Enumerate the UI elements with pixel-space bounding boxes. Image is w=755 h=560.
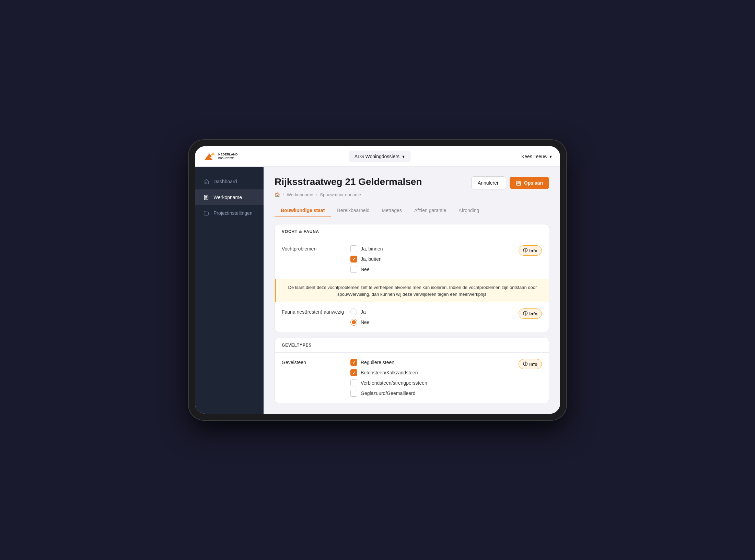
info-vochtproblemen[interactable]: ⓘ Info: [519, 245, 542, 256]
tab-bouwkundige-staat[interactable]: Bouwkundige staat: [275, 204, 331, 217]
tablet-screen: NEDERLAND ISOLEERT ALG Woningdossiers ▾ …: [195, 146, 560, 414]
checkbox-geglazuurd[interactable]: Geglazuurd/Geëmailleerd: [350, 390, 519, 397]
folder-icon: [203, 210, 209, 216]
breadcrumb-home-icon: 🏠: [275, 192, 280, 197]
checkbox-verblendsteen[interactable]: Verblendsteen/strengperssteen: [350, 380, 519, 386]
tab-bereikbaarheid[interactable]: Bereikbaarheid: [331, 204, 375, 217]
tab-afzien-garantie[interactable]: Afzien garantie: [408, 204, 452, 217]
radio-nee-label: Nee: [361, 319, 370, 325]
content-area[interactable]: Rijksstraatweg 21 Geldermalsen Annuleren…: [264, 167, 560, 414]
info-badge-vochtproblemen[interactable]: ⓘ Info: [519, 245, 542, 256]
warning-text: De klant dient deze vochtproblemen zelf …: [288, 285, 537, 297]
checkbox-ja-binnen-box[interactable]: [350, 245, 357, 252]
checkbox-betonsteen-label: Betonsteen/Kalkzandsteen: [361, 370, 418, 375]
checkbox-ja-buiten-box[interactable]: [350, 256, 357, 262]
user-name: Kees Teeuw: [521, 154, 547, 159]
checkbox-ja-buiten-label: Ja, buiten: [361, 256, 382, 262]
sidebar-item-dashboard[interactable]: Dashboard: [195, 174, 264, 189]
breadcrumb-werkopname: Werkopname: [287, 192, 313, 197]
info-fauna[interactable]: ⓘ Info: [519, 308, 542, 319]
form-row-gevelsteen: Gevelsteen Reguliere steen Betonsteen/Ka…: [275, 353, 549, 403]
label-fauna: Fauna nest(resten) aanwezig: [282, 308, 350, 315]
info-badge-gevelsteen[interactable]: ⓘ Info: [519, 359, 542, 369]
tab-metrages[interactable]: Metrages: [376, 204, 408, 217]
checkbox-ja-binnen-label: Ja, binnen: [361, 246, 383, 252]
logo-area: NEDERLAND ISOLEERT: [203, 150, 238, 163]
checkbox-geglazuurd-box[interactable]: [350, 390, 357, 397]
breadcrumb-sep: /: [316, 192, 317, 197]
warning-vochtproblemen: De klant dient deze vochtproblemen zelf …: [275, 279, 549, 302]
checkbox-nee-label: Nee: [361, 267, 370, 272]
save-label: Opslaan: [524, 180, 543, 186]
label-vochtproblemen: Vochtproblemen: [282, 245, 350, 252]
clipboard-icon: [203, 194, 209, 200]
checkbox-verblendsteen-label: Verblendsteen/strengperssteen: [361, 380, 427, 386]
page-title: Rijksstraatweg 21 Geldermalsen: [275, 176, 422, 187]
logo-icon: [203, 150, 216, 163]
checkbox-reguliere-label: Reguliere steen: [361, 360, 394, 365]
radio-fauna-ja[interactable]: Ja: [350, 308, 519, 315]
radio-nee-circle[interactable]: [350, 319, 357, 326]
page-header: Rijksstraatweg 21 Geldermalsen Annuleren…: [275, 176, 549, 189]
sidebar-item-label: Projectinstellingen: [213, 210, 253, 216]
radio-fauna-nee[interactable]: Nee: [350, 319, 519, 326]
save-button[interactable]: Opslaan: [510, 177, 549, 189]
checkbox-ja-binnen[interactable]: Ja, binnen: [350, 245, 519, 252]
tablet-frame: NEDERLAND ISOLEERT ALG Woningdossiers ▾ …: [189, 140, 566, 420]
tabs: Bouwkundige staat Bereikbaarheid Metrage…: [275, 204, 549, 217]
info-circle-icon: ⓘ: [523, 311, 527, 317]
checkbox-nee-box[interactable]: [350, 266, 357, 273]
save-icon: [516, 180, 521, 186]
options-fauna: Ja Nee: [350, 308, 519, 326]
dropdown-label: ALG Woningdossiers: [355, 154, 399, 159]
top-bar: NEDERLAND ISOLEERT ALG Woningdossiers ▾ …: [195, 146, 560, 167]
checkbox-betonsteen-box[interactable]: [350, 369, 357, 376]
workspace-dropdown[interactable]: ALG Woningdossiers ▾: [349, 151, 410, 162]
checkbox-geglazuurd-label: Geglazuurd/Geëmailleerd: [361, 390, 416, 396]
checkbox-verblendsteen-box[interactable]: [350, 380, 357, 386]
tab-afronding[interactable]: Afronding: [452, 204, 485, 217]
info-label: Info: [529, 362, 537, 367]
chevron-down-icon: ▾: [402, 154, 405, 159]
logo-text: NEDERLAND ISOLEERT: [218, 153, 238, 160]
main-layout: Dashboard Werkopname Projectinstellingen: [195, 167, 560, 414]
breadcrumb-current: Spouwmuur opname: [320, 192, 361, 197]
info-label: Info: [529, 248, 537, 253]
breadcrumb: 🏠 / Werkopname / Spouwmuur opname: [275, 192, 549, 197]
info-badge-fauna[interactable]: ⓘ Info: [519, 308, 542, 319]
info-label: Info: [529, 311, 537, 316]
breadcrumb-sep: /: [283, 192, 284, 197]
sidebar-item-label: Dashboard: [213, 179, 237, 184]
sidebar-item-label: Werkopname: [213, 195, 242, 200]
checkbox-reguliere-box[interactable]: [350, 359, 357, 366]
options-vochtproblemen: Ja, binnen Ja, buiten Nee: [350, 245, 519, 273]
options-gevelsteen: Reguliere steen Betonsteen/Kalkzandsteen…: [350, 359, 519, 397]
checkbox-reguliere-steen[interactable]: Reguliere steen: [350, 359, 519, 366]
info-circle-icon: ⓘ: [523, 247, 527, 254]
section-header-vocht: VOCHT & FAUNA: [275, 224, 549, 239]
checkbox-betonsteen[interactable]: Betonsteen/Kalkzandsteen: [350, 369, 519, 376]
checkbox-nee[interactable]: Nee: [350, 266, 519, 273]
sidebar-item-projectinstellingen[interactable]: Projectinstellingen: [195, 205, 264, 221]
label-gevelsteen: Gevelsteen: [282, 359, 350, 365]
user-menu[interactable]: Kees Teeuw ▾: [521, 154, 552, 159]
radio-ja-label: Ja: [361, 309, 366, 315]
header-actions: Annuleren Opslaan: [471, 176, 549, 189]
sidebar: Dashboard Werkopname Projectinstellingen: [195, 167, 264, 414]
info-circle-icon: ⓘ: [523, 361, 527, 367]
section-vocht-fauna: VOCHT & FAUNA Vochtproblemen Ja, binnen …: [275, 224, 549, 332]
form-row-fauna: Fauna nest(resten) aanwezig Ja Nee: [275, 302, 549, 332]
sidebar-item-werkopname[interactable]: Werkopname: [195, 189, 264, 205]
form-row-vochtproblemen: Vochtproblemen Ja, binnen Ja, buiten: [275, 239, 549, 279]
info-gevelsteen[interactable]: ⓘ Info: [519, 359, 542, 369]
chevron-down-icon: ▾: [549, 154, 552, 159]
radio-ja-circle[interactable]: [350, 308, 357, 315]
section-geveltypes: GEVELTYPES Gevelsteen Reguliere steen Be…: [275, 338, 549, 403]
section-header-geveltypes: GEVELTYPES: [275, 338, 549, 353]
checkbox-ja-buiten[interactable]: Ja, buiten: [350, 256, 519, 262]
cancel-button[interactable]: Annuleren: [471, 176, 506, 189]
home-icon: [203, 178, 209, 185]
